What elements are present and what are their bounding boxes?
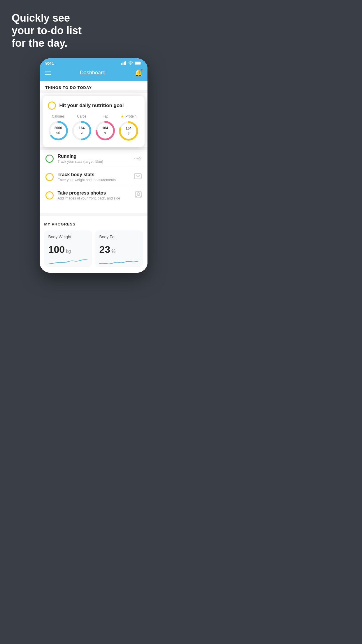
nutrition-card-title: Hit your daily nutrition goal — [59, 103, 124, 108]
body-weight-card-title: Body Weight — [48, 235, 88, 239]
body-fat-sparkline — [99, 255, 139, 267]
protein-label: ★ Protein — [121, 114, 136, 119]
signal-icon — [121, 61, 126, 65]
body-weight-value: 100 kg — [48, 244, 88, 255]
fat-value: 164 g — [102, 126, 108, 135]
svg-point-20 — [137, 192, 140, 195]
svg-rect-7 — [135, 62, 140, 64]
progress-photos-circle — [45, 191, 54, 200]
calories-value: 2000 cal — [54, 126, 62, 135]
body-fat-value: 23 % — [99, 244, 139, 255]
person-icon — [135, 191, 142, 200]
scale-icon — [134, 173, 142, 181]
running-title: Running — [58, 154, 129, 159]
nav-title: Dashboard — [80, 70, 106, 76]
star-icon: ★ — [121, 114, 124, 119]
nutrition-fat: Fat 164 g — [95, 114, 116, 141]
body-weight-sparkline — [48, 255, 88, 267]
nutrition-calories: Calories 2000 cal — [48, 114, 69, 141]
svg-rect-2 — [124, 62, 125, 65]
phone-content: THINGS TO DO TODAY Hit your daily nutrit… — [40, 81, 147, 273]
progress-photos-title: Take progress photos — [58, 190, 131, 196]
things-to-do-title: THINGS TO DO TODAY — [45, 85, 142, 90]
nav-bar: Dashboard 🔔 — [40, 67, 147, 81]
progress-photos-texts: Take progress photos Add images of your … — [58, 190, 131, 200]
body-weight-unit: kg — [66, 249, 71, 254]
battery-icon — [135, 61, 142, 65]
svg-rect-3 — [125, 61, 126, 65]
nutrition-carbs: Carbs 164 g — [71, 114, 92, 141]
todo-progress-photos[interactable]: Take progress photos Add images of your … — [40, 186, 147, 204]
progress-section: MY PROGRESS Body Weight 100 kg — [40, 216, 147, 273]
notification-dot — [140, 69, 143, 71]
progress-photos-subtitle: Add images of your front, back, and side — [58, 196, 131, 200]
wifi-icon — [128, 61, 133, 65]
svg-rect-1 — [122, 62, 123, 65]
floating-card-container: Hit your daily nutrition goal Calories — [40, 93, 147, 147]
phone-mockup: 9:41 — [40, 58, 147, 273]
body-fat-card-title: Body Fat — [99, 235, 139, 239]
running-subtitle: Track your stats (target: 5km) — [58, 160, 129, 164]
track-body-texts: Track body stats Enter your weight and m… — [58, 172, 130, 182]
body-fat-card: Body Fat 23 % — [95, 230, 143, 267]
headline: Quickly see your to-do list for the day. — [12, 12, 93, 50]
bell-icon[interactable]: 🔔 — [134, 69, 142, 77]
carbs-value: 164 g — [79, 126, 85, 135]
carbs-circle: 164 g — [71, 120, 92, 141]
fat-label: Fat — [103, 114, 108, 118]
track-body-subtitle: Enter your weight and measurements — [58, 178, 130, 182]
running-icon — [133, 155, 142, 163]
todo-running[interactable]: Running Track your stats (target: 5km) — [40, 150, 147, 168]
running-texts: Running Track your stats (target: 5km) — [58, 154, 129, 164]
calories-label: Calories — [52, 114, 65, 118]
progress-title: MY PROGRESS — [44, 222, 143, 226]
carbs-label: Carbs — [77, 114, 86, 118]
nutrition-row: Calories 2000 cal — [48, 114, 139, 141]
nutrition-card: Hit your daily nutrition goal Calories — [43, 96, 145, 147]
nutrition-circle — [48, 102, 56, 110]
todo-track-body[interactable]: Track body stats Enter your weight and m… — [40, 168, 147, 186]
svg-rect-6 — [141, 62, 141, 63]
progress-cards: Body Weight 100 kg Body Fat 23 — [44, 230, 143, 273]
status-time: 9:41 — [45, 61, 54, 66]
page-wrapper: Quickly see your to-do list for the day.… — [0, 0, 181, 322]
status-icons — [121, 61, 142, 65]
fat-circle: 164 g — [95, 120, 116, 141]
svg-rect-18 — [134, 174, 141, 179]
headline-line2: your to-do list — [12, 24, 82, 36]
track-body-circle — [45, 173, 54, 181]
things-to-do-header: THINGS TO DO TODAY — [40, 81, 147, 90]
headline-line1: Quickly see — [12, 12, 70, 24]
body-fat-unit: % — [111, 249, 115, 254]
hamburger-menu[interactable] — [45, 71, 51, 75]
running-circle — [45, 155, 54, 163]
nutrition-card-header: Hit your daily nutrition goal — [48, 102, 139, 110]
spacer — [40, 204, 147, 213]
headline-line3: for the day. — [12, 37, 67, 49]
nutrition-protein: ★ Protein 164 g — [118, 114, 139, 141]
svg-rect-0 — [121, 63, 122, 65]
protein-value: 164 g — [126, 126, 131, 135]
body-weight-card: Body Weight 100 kg — [44, 230, 92, 267]
svg-point-4 — [130, 64, 131, 65]
status-bar: 9:41 — [40, 58, 147, 67]
todo-list: Running Track your stats (target: 5km) — [40, 150, 147, 204]
calories-circle: 2000 cal — [48, 120, 69, 141]
protein-circle: 164 g — [118, 120, 139, 141]
track-body-title: Track body stats — [58, 172, 130, 177]
